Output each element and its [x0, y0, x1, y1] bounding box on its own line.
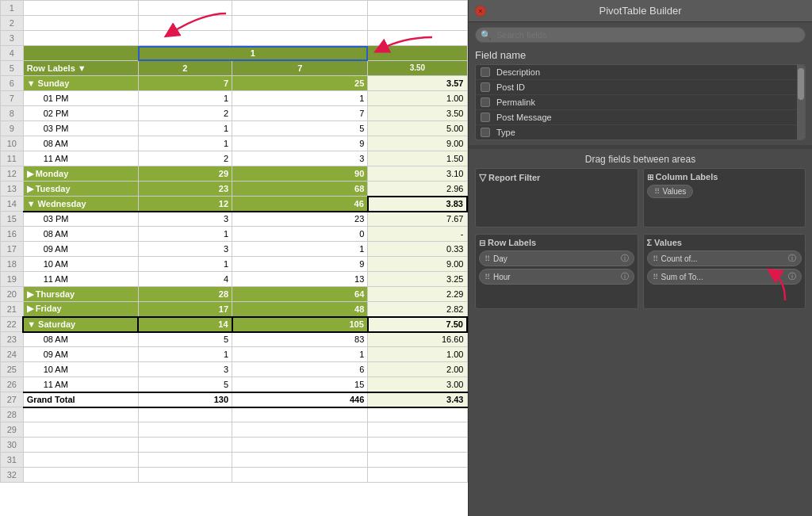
table-row: 12 ▶ Monday 29 90 3.10: [1, 166, 468, 182]
table-row: 22 ▼ Saturday 14 105 7.50: [1, 317, 468, 332]
values-area-title: Σ Values: [647, 238, 802, 247]
row-num: 1: [1, 1, 24, 16]
row-num: 4: [1, 46, 24, 61]
spreadsheet-container: 1 2 3 4 1 5 Row: [0, 0, 468, 516]
spreadsheet-grid: 1 2 3 4 1 5 Row: [0, 0, 468, 483]
sum-pill[interactable]: ⠿ Sum of To... ⓘ: [647, 269, 802, 285]
table-row: 29: [1, 422, 468, 438]
bottom-drag-areas: ⊟ Row Labels ⠿ Day ⓘ ⠿ Hour ⓘ Σ Values: [469, 231, 812, 312]
table-row: 8 02 PM 2 7 3.50: [1, 106, 468, 121]
field-name-section: Field name Description Post ID Permalink: [469, 48, 812, 143]
row-labels-title: ⊟ Row Labels: [479, 238, 634, 247]
pivot-title: PivotTable Builder: [599, 5, 681, 17]
table-row: 20 ▶ Thursday 28 64 2.29: [1, 287, 468, 302]
table-row: 28: [1, 407, 468, 422]
search-input[interactable]: [475, 27, 806, 43]
search-icon: 🔍: [481, 30, 492, 40]
report-filter-title: ▽ Report Filter: [479, 172, 634, 183]
count-pill[interactable]: ⠿ Count of... ⓘ: [647, 250, 802, 266]
row-labels-area: ⊟ Row Labels ⠿ Day ⓘ ⠿ Hour ⓘ: [475, 234, 638, 309]
row-num: 2: [1, 16, 24, 31]
table-row: 19 11 AM 4 13 3.25: [1, 272, 468, 287]
sigma-icon: Σ: [647, 238, 653, 247]
table-row: 7 01 PM 1 1 1.00: [1, 91, 468, 106]
table-row: 5 Row Labels ▼ 2 7 3.50: [1, 61, 468, 76]
row-num: 3: [1, 31, 24, 46]
section-divider: [469, 145, 812, 149]
report-filter-area: ▽ Report Filter: [475, 168, 638, 227]
sum-info-icon[interactable]: ⓘ: [788, 271, 796, 282]
field-list-inner: Description Post ID Permalink Post Messa…: [476, 65, 797, 140]
pill-drag-icon: ⠿: [485, 273, 490, 281]
table-row: 13 ▶ Tuesday 23 68 2.96: [1, 182, 468, 197]
table-row: 10 08 AM 1 9 9.00: [1, 136, 468, 151]
table-row: 15 03 PM 3 23 7.67: [1, 212, 468, 227]
pivot-search-section: 🔍: [469, 22, 812, 48]
column-labels-area: ⊞ Column Labels ⠿ Values: [643, 168, 806, 227]
values-area: Σ Values ⠿ Count of... ⓘ ⠿ Sum of To... …: [643, 234, 806, 309]
pill-drag-icon: ⠿: [653, 254, 658, 263]
table-row: 3: [1, 31, 468, 46]
hour-info-icon[interactable]: ⓘ: [621, 271, 629, 282]
table-row: 1: [1, 1, 468, 16]
columns-icon: ⊞: [647, 173, 653, 182]
field-list: Description Post ID Permalink Post Messa…: [475, 64, 806, 140]
table-row: 4 1: [1, 46, 468, 61]
field-item-type[interactable]: Type: [476, 125, 797, 140]
field-item-postmessage[interactable]: Post Message: [476, 110, 797, 125]
table-row: 9 03 PM 1 5 5.00: [1, 121, 468, 136]
field-item-permalink[interactable]: Permalink: [476, 95, 797, 110]
values-header-cell: 1: [138, 46, 368, 61]
filter-icon: ▽: [479, 172, 486, 183]
table-row: 26 11 AM 5 15 3.00: [1, 377, 468, 392]
column-labels-title: ⊞ Column Labels: [647, 172, 802, 182]
close-button[interactable]: ×: [475, 6, 486, 17]
field-item-description[interactable]: Description: [476, 65, 797, 80]
field-checkbox[interactable]: [481, 97, 490, 107]
table-row: 16 08 AM 1 0 -: [1, 227, 468, 242]
values-pill[interactable]: ⠿ Values: [647, 185, 694, 198]
field-checkbox[interactable]: [481, 113, 490, 122]
field-scrollbar[interactable]: [797, 65, 805, 140]
field-item-postid[interactable]: Post ID: [476, 80, 797, 95]
pill-drag-icon: ⠿: [654, 187, 660, 196]
table-row: 6 ▼ Sunday 7 25 3.57: [1, 76, 468, 91]
table-row: 32: [1, 468, 468, 483]
table-row: 25 10 AM 3 6 2.00: [1, 362, 468, 377]
field-checkbox[interactable]: [481, 67, 490, 77]
table-row: 21 ▶ Friday 17 48 2.82: [1, 302, 468, 317]
table-row: 30: [1, 438, 468, 453]
row-num: 5: [1, 61, 24, 76]
table-row: 23 08 AM 5 83 16.60: [1, 332, 468, 347]
table-row: 11 11 AM 2 3 1.50: [1, 151, 468, 166]
table-row: 2: [1, 16, 468, 31]
day-pill[interactable]: ⠿ Day ⓘ: [479, 250, 634, 266]
table-row: 17 09 AM 3 1 0.33: [1, 242, 468, 257]
grand-total-row: 27 Grand Total 130 446 3.43: [1, 392, 468, 407]
table-row: 24 09 AM 1 1 1.00: [1, 347, 468, 362]
field-name-label: Field name: [475, 49, 806, 61]
top-drag-areas: ▽ Report Filter ⊞ Column Labels ⠿ Values: [469, 168, 812, 231]
pivot-panel: × PivotTable Builder 🔍 Field name Descri…: [468, 0, 812, 516]
table-row: 14 ▼ Wednesday 12 46 3.83: [1, 197, 468, 212]
day-info-icon[interactable]: ⓘ: [621, 253, 629, 264]
table-row: 31: [1, 453, 468, 468]
drag-areas-label: Drag fields between areas: [469, 151, 812, 168]
table-row: 18 10 AM 1 9 9.00: [1, 257, 468, 272]
pill-drag-icon: ⠿: [485, 254, 490, 263]
pivot-titlebar: × PivotTable Builder: [469, 0, 812, 22]
field-checkbox[interactable]: [481, 128, 490, 137]
scrollbar-thumb: [798, 68, 804, 100]
field-checkbox[interactable]: [481, 82, 490, 92]
rows-icon: ⊟: [479, 239, 485, 247]
pill-drag-icon: ⠿: [653, 273, 658, 281]
count-info-icon[interactable]: ⓘ: [788, 253, 796, 264]
hour-pill[interactable]: ⠿ Hour ⓘ: [479, 269, 634, 285]
